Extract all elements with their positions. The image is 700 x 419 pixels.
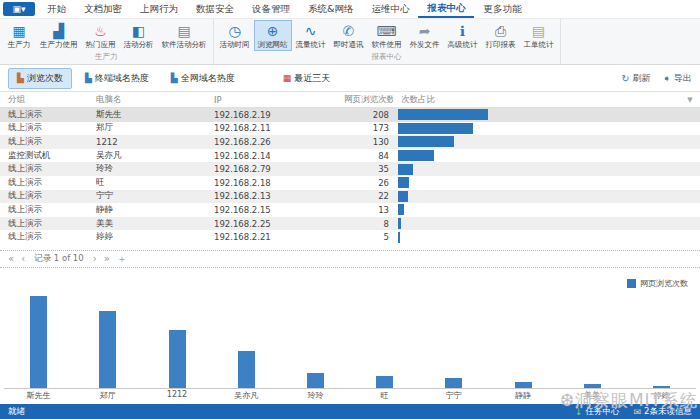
view-toolbar: ▙浏览次数▙终端域名热度▙全网域名热度 ▦ 最近三天 ↻ 刷新 ➧ 导出: [0, 65, 700, 91]
menu-item[interactable]: 报表中心: [418, 0, 474, 18]
export-icon: ➧: [663, 73, 671, 84]
ribbon-button[interactable]: ▤软件活动分析: [158, 20, 211, 51]
ribbon-button-icon: ⊕: [267, 23, 279, 39]
refresh-button[interactable]: ↻ 刷新: [621, 72, 650, 85]
view-tab-label: 浏览次数: [27, 72, 63, 85]
table-row[interactable]: 线上演示旺192.168.2.1826: [0, 176, 700, 190]
ribbon-buttons: ▦生产力▟生产力使用♨热门应用◧活动分析▤软件活动分析: [2, 20, 211, 51]
chart-bar-slot: [350, 292, 419, 388]
ratio-bar: [398, 218, 401, 229]
ribbon-button[interactable]: ▤工单统计: [520, 20, 558, 51]
chart-bar-slot: [627, 292, 696, 388]
chart-bar-slot: [73, 292, 142, 388]
menu-item[interactable]: 运维中心: [362, 0, 418, 18]
task-download-icon: ↓: [575, 407, 583, 417]
col-header-ratio[interactable]: 次数占比: [393, 94, 680, 106]
menu-item[interactable]: 开始: [38, 0, 75, 18]
chart-x-label: 美美: [558, 390, 627, 402]
view-tab[interactable]: ▙终端域名热度: [76, 68, 158, 89]
cell-count: 26: [336, 178, 393, 188]
cell-computer-name: 宁宁: [88, 190, 206, 202]
app-menu-button[interactable]: ▣▾: [3, 2, 35, 16]
ribbon-button[interactable]: ✆即时通讯: [330, 20, 368, 51]
chart-bar[interactable]: [30, 296, 47, 388]
chart-bar[interactable]: [99, 311, 116, 388]
ribbon-button[interactable]: ◧活动分析: [120, 20, 158, 51]
pager-prev-icon[interactable]: ‹: [21, 254, 25, 264]
pager-add-icon[interactable]: ＋: [117, 254, 127, 264]
chart-bar[interactable]: [515, 382, 532, 388]
cell-computer-name: 玲玲: [88, 163, 206, 175]
chart-x-label: 宁宁: [419, 390, 488, 402]
ribbon-button[interactable]: ▦生产力: [2, 20, 36, 51]
table-body: 线上演示斯先生192.168.2.19208线上演示郑厅192.168.2.11…: [0, 108, 700, 244]
ratio-bar: [398, 164, 413, 175]
cell-group: 线上演示: [0, 136, 88, 148]
pager-first-icon[interactable]: «: [8, 254, 14, 264]
chart-bar[interactable]: [169, 330, 186, 388]
col-header-ip[interactable]: IP: [206, 95, 336, 105]
col-header-computer[interactable]: 电脑名: [88, 94, 206, 106]
table-row[interactable]: 线上演示宁宁192.168.2.1322: [0, 190, 700, 204]
menu-item[interactable]: 更多功能: [474, 0, 530, 18]
ribbon-button[interactable]: ⊕浏览网站: [254, 20, 292, 51]
view-tab-label: 终端域名热度: [95, 72, 149, 85]
ratio-bar: [398, 109, 488, 120]
ribbon-button[interactable]: ⎙打印报表: [482, 20, 520, 51]
ribbon-button[interactable]: ∿流量统计: [292, 20, 330, 51]
menu-item[interactable]: 设备管理: [243, 0, 299, 18]
chart-bar[interactable]: [376, 376, 393, 388]
chart-bar-slot: [488, 292, 557, 388]
ribbon-button[interactable]: ⌨软件使用: [368, 20, 406, 51]
mail-icon: ✉: [634, 407, 642, 417]
chart-bar[interactable]: [445, 378, 462, 388]
cell-ip: 192.168.2.11: [206, 123, 336, 133]
table-row[interactable]: 监控测试机吴亦凡192.168.2.1484: [0, 149, 700, 163]
table-row[interactable]: 线上演示婷婷192.168.2.215: [0, 230, 700, 244]
chart-bar[interactable]: [307, 373, 324, 388]
cell-group: 线上演示: [0, 163, 88, 175]
table-row[interactable]: 线上演示1212192.168.2.26130: [0, 135, 700, 149]
view-tab[interactable]: ▙浏览次数: [8, 68, 72, 89]
pager-last-icon[interactable]: »: [104, 254, 110, 264]
chart-bar[interactable]: [653, 386, 670, 388]
table-row[interactable]: 线上演示斯先生192.168.2.19208: [0, 108, 700, 122]
task-center-button[interactable]: ↓ 任务中心: [575, 406, 620, 418]
unread-messages-button[interactable]: ✉ 2条未读信息: [634, 406, 692, 418]
chart-bar[interactable]: [238, 351, 255, 388]
ribbon-button[interactable]: ♨热门应用: [82, 20, 120, 51]
ribbon-button-icon: ∿: [305, 23, 317, 39]
export-label: 导出: [674, 72, 692, 85]
col-header-count[interactable]: 网页浏览次数: [336, 94, 393, 106]
table-row[interactable]: 线上演示郑厅192.168.2.11173: [0, 122, 700, 136]
ribbon-button-icon: ⌨: [376, 23, 396, 39]
date-filter[interactable]: ▦ 最近三天: [274, 68, 340, 89]
ribbon-button[interactable]: ◷活动时间: [216, 20, 254, 51]
chart-bar-slot: [558, 292, 627, 388]
menu-item[interactable]: 数据安全: [187, 0, 243, 18]
ribbon-button[interactable]: ℹ高级统计: [444, 20, 482, 51]
app-menu-icon: ▣▾: [12, 4, 25, 14]
chart-bar-slot: [419, 292, 488, 388]
chart-x-label: 婷婷: [627, 390, 696, 402]
cell-ratio-bar: [393, 164, 680, 175]
table-row[interactable]: 线上演示静静192.168.2.1513: [0, 203, 700, 217]
cell-count: 84: [336, 151, 393, 161]
column-filter-icon[interactable]: ▼: [680, 96, 700, 104]
menu-item[interactable]: 文档加密: [75, 0, 131, 18]
cell-ratio-bar: [393, 150, 680, 161]
menu-item[interactable]: 上网行为: [131, 0, 187, 18]
cell-group: 线上演示: [0, 122, 88, 134]
col-header-group[interactable]: 分组: [0, 94, 88, 106]
export-button[interactable]: ➧ 导出: [663, 72, 692, 85]
chart-bar[interactable]: [584, 384, 601, 388]
table-row[interactable]: 线上演示美美192.168.2.258: [0, 217, 700, 231]
pager-next-icon[interactable]: ›: [93, 254, 97, 264]
table-row[interactable]: 线上演示玲玲192.168.2.7935: [0, 162, 700, 176]
menu-item[interactable]: 系统&网络: [299, 0, 362, 18]
view-tab[interactable]: ▙全网域名热度: [162, 68, 244, 89]
ribbon-button[interactable]: ▟生产力使用: [36, 20, 82, 51]
chart-x-label: 静静: [488, 390, 557, 402]
ribbon-button[interactable]: ➦外发文件: [406, 20, 444, 51]
ratio-bar: [398, 232, 400, 243]
